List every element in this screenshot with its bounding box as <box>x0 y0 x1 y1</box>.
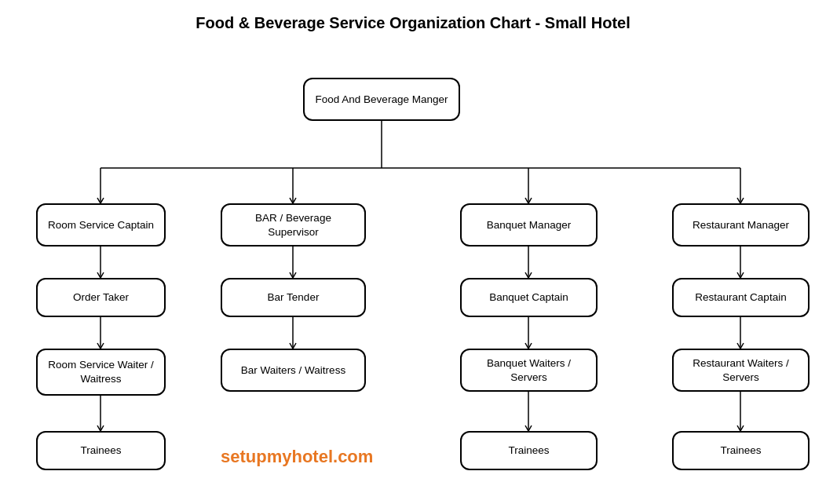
node-banquet-captain: Banquet Captain <box>460 278 598 317</box>
page-title: Food & Beverage Service Organization Cha… <box>8 14 818 32</box>
watermark: setupmyhotel.com <box>221 447 373 467</box>
node-restaurant-captain: Restaurant Captain <box>672 278 810 317</box>
node-trainees-col1: Trainees <box>36 431 166 470</box>
node-root: Food And Beverage Manger <box>303 78 460 121</box>
node-restaurant-waiters: Restaurant Waiters / Servers <box>672 349 810 392</box>
node-trainees-col3: Trainees <box>460 431 598 470</box>
node-bar-waiters: Bar Waiters / Waitress <box>221 349 366 392</box>
node-banquet-waiters: Banquet Waiters / Servers <box>460 349 598 392</box>
node-order-taker: Order Taker <box>36 278 166 317</box>
node-room-service-captain: Room Service Captain <box>36 203 166 247</box>
node-bar-tender: Bar Tender <box>221 278 366 317</box>
node-room-service-waiter: Room Service Waiter / Waitress <box>36 349 166 396</box>
node-bar-supervisor: BAR / Beverage Supervisor <box>221 203 366 247</box>
node-banquet-manager: Banquet Manager <box>460 203 598 247</box>
node-restaurant-manager: Restaurant Manager <box>672 203 810 247</box>
org-chart: Food And Beverage Manger Room Service Ca… <box>13 46 813 494</box>
node-trainees-col4: Trainees <box>672 431 810 470</box>
